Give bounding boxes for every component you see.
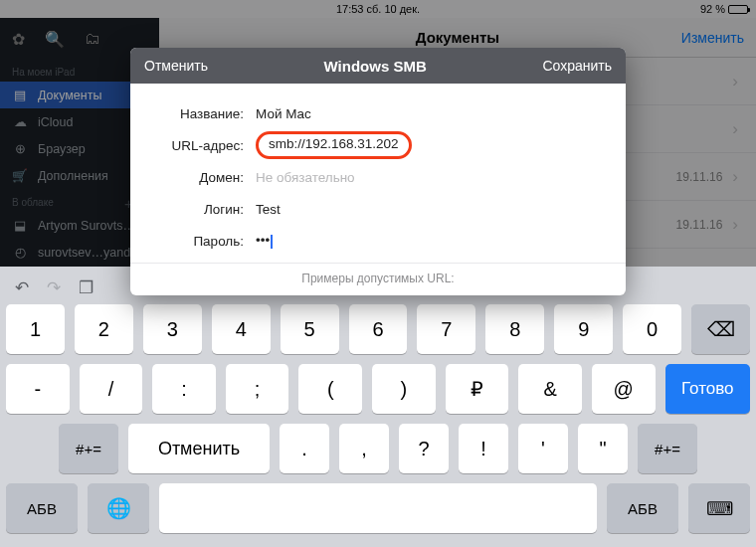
symbols-key-2[interactable]: #+= [638,424,697,473]
key-6[interactable]: 6 [349,304,408,354]
key-slash[interactable]: / [80,364,143,414]
kbd-row-2: - / : ; ( ) ₽ & @ Готово [6,364,750,414]
edit-button[interactable]: Изменить [681,30,744,46]
key-4[interactable]: 4 [212,304,271,354]
done-key[interactable]: Готово [665,364,750,414]
smb-dialog: Отменить Windows SMB Сохранить Название:… [130,48,626,295]
dialog-footer: Примеры допустимых URL: [130,263,626,295]
key-exclaim[interactable]: ! [459,424,508,473]
key-semicolon[interactable]: ; [226,364,289,414]
key-1[interactable]: 1 [6,304,65,354]
hide-keyboard-key[interactable]: ⌨ [688,483,750,533]
field-password: Пароль: ••• [130,225,626,257]
chevron-right-icon: › [732,72,738,91]
space-key[interactable] [159,483,597,533]
globe-key[interactable]: 🌐 [88,483,149,533]
key-rparen[interactable]: ) [372,364,436,414]
url-input[interactable]: smb://192.168.31.202 [256,131,602,158]
abc-key-2[interactable]: АБВ [607,483,678,533]
field-name: Название: Мой Mac [130,97,626,129]
key-colon[interactable]: : [152,364,216,414]
field-url: URL-адрес: smb://192.168.31.202 [130,129,626,161]
key-at[interactable]: @ [592,364,656,414]
domain-input[interactable]: Не обязательно [256,170,602,185]
key-5[interactable]: 5 [281,304,339,354]
login-input[interactable]: Test [256,202,602,217]
backspace-icon: ⌫ [707,317,735,341]
url-highlight: smb://192.168.31.202 [256,131,412,158]
redo-icon[interactable]: ↷ [47,277,61,298]
chevron-right-icon: › [732,167,738,187]
key-8[interactable]: 8 [485,304,544,354]
symbols-key[interactable]: #+= [59,424,118,473]
cancel-key[interactable]: Отменить [128,424,270,473]
page-title: Документы [416,29,499,46]
dialog-title: Windows SMB [324,58,427,75]
keyboard: ↶ ↷ ❐ 1 2 3 4 5 6 7 8 9 0 ⌫ - / : ; ( ) … [0,267,756,547]
status-time: 17:53 сб. 10 дек. [336,3,420,15]
doc-icon: ▤ [12,88,28,102]
key-amp[interactable]: & [518,364,582,414]
cloud-icon: ☁ [12,114,28,129]
undo-icon[interactable]: ↶ [15,277,29,298]
name-input[interactable]: Мой Mac [256,106,602,121]
key-comma[interactable]: , [339,424,389,473]
abc-key[interactable]: АБВ [6,483,78,533]
globe-icon: 🌐 [106,496,131,520]
key-0[interactable]: 0 [623,304,681,354]
field-login: Логин: Test [130,193,626,225]
dialog-header: Отменить Windows SMB Сохранить [130,48,626,84]
key-apostrophe[interactable]: ' [518,424,568,473]
keyboard-hide-icon: ⌨ [706,497,733,520]
text-cursor [271,235,273,249]
clipboard-icon[interactable]: ❐ [79,277,94,298]
key-9[interactable]: 9 [554,304,613,354]
kbd-row-3: #+= Отменить . , ? ! ' " #+= [6,424,750,473]
cancel-button[interactable]: Отменить [144,58,208,74]
status-battery: 92 % [700,3,748,15]
key-lparen[interactable]: ( [298,364,362,414]
cart-icon: 🛒 [12,168,28,183]
field-domain: Домен: Не обязательно [130,161,626,193]
battery-icon [728,5,748,14]
kbd-row-1: 1 2 3 4 5 6 7 8 9 0 ⌫ [6,304,750,354]
key-3[interactable]: 3 [143,304,202,354]
chevron-right-icon: › [732,215,738,235]
key-question[interactable]: ? [399,424,449,473]
key-ruble[interactable]: ₽ [446,364,509,414]
key-dash[interactable]: - [6,364,70,414]
folder-icon[interactable]: 🗂 [85,30,100,49]
status-bar: 17:53 сб. 10 дек. 92 % [0,0,756,18]
key-period[interactable]: . [280,424,329,473]
key-2[interactable]: 2 [75,304,133,354]
password-input[interactable]: ••• [256,233,602,248]
search-icon[interactable]: 🔍 [45,30,65,49]
disk-icon: ◴ [12,245,28,260]
dropbox-icon: ⬓ [12,218,28,233]
globe-icon: ⊕ [12,141,28,156]
chevron-right-icon: › [732,119,738,139]
backspace-key[interactable]: ⌫ [691,304,750,354]
key-7[interactable]: 7 [417,304,475,354]
kbd-row-4: АБВ 🌐 АБВ ⌨ [6,483,750,533]
save-button[interactable]: Сохранить [542,58,612,74]
key-quote[interactable]: " [578,424,628,473]
gear-icon[interactable]: ✿ [12,30,25,49]
